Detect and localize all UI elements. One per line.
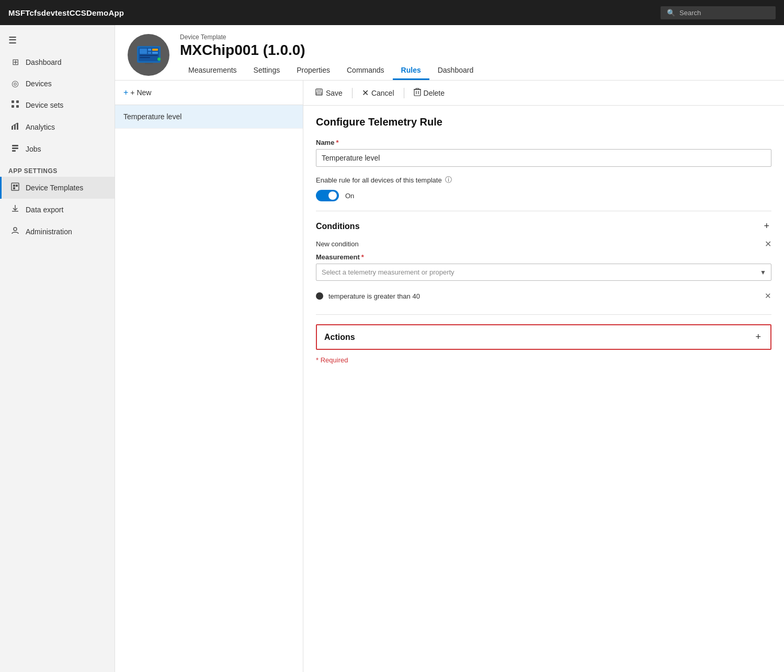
device-template-header: Device Template MXChip001 (1.0.0) Measur… <box>115 25 784 81</box>
sidebar-item-device-sets[interactable]: Device sets <box>0 94 115 116</box>
dashboard-icon: ⊞ <box>10 57 20 67</box>
search-placeholder: Search <box>679 9 701 17</box>
svg-rect-22 <box>140 55 158 56</box>
svg-point-14 <box>14 227 17 231</box>
toolbar-separator <box>352 88 353 98</box>
cancel-icon: ✕ <box>362 88 369 98</box>
left-panel-toolbar: + + New <box>115 81 303 105</box>
measurement-select-wrapper: Select a telemetry measurement or proper… <box>316 264 771 281</box>
svg-rect-7 <box>12 145 18 146</box>
sidebar-item-administration[interactable]: Administration <box>0 221 115 243</box>
tab-dashboard[interactable]: Dashboard <box>429 62 482 80</box>
svg-rect-23 <box>140 57 150 58</box>
enable-rule-toggle[interactable] <box>316 190 339 201</box>
name-input[interactable] <box>316 149 771 167</box>
sidebar-item-label: Device sets <box>26 101 63 109</box>
tab-settings[interactable]: Settings <box>245 62 289 80</box>
jobs-icon <box>10 144 20 154</box>
condition-tag: temperature is greater than 40 ✕ <box>316 287 771 305</box>
toggle-on-label: On <box>345 192 354 200</box>
condition-row-header: New condition ✕ <box>316 239 771 249</box>
hamburger-menu[interactable]: ☰ <box>0 29 115 51</box>
rule-name: Temperature level <box>123 112 181 121</box>
save-button[interactable]: Save <box>314 86 344 100</box>
actions-title: Actions <box>324 333 355 342</box>
search-icon: 🔍 <box>667 9 675 17</box>
svg-rect-5 <box>14 124 16 130</box>
tab-properties[interactable]: Properties <box>288 62 338 80</box>
right-panel-body: Configure Telemetry Rule Name* Enable ru… <box>303 106 784 374</box>
svg-rect-19 <box>148 52 151 54</box>
add-action-button[interactable]: + <box>753 332 763 343</box>
required-note: * Required <box>316 356 771 364</box>
svg-rect-2 <box>12 105 14 108</box>
sidebar-item-dashboard[interactable]: ⊞ Dashboard <box>0 51 115 73</box>
condition-dot <box>316 292 323 300</box>
cancel-label: Cancel <box>371 89 394 97</box>
delete-icon <box>414 88 421 98</box>
svg-rect-3 <box>16 105 19 108</box>
sidebar-item-label: Devices <box>26 79 52 88</box>
svg-rect-28 <box>316 93 322 95</box>
administration-icon <box>10 226 20 237</box>
toggle-row: On <box>316 190 771 201</box>
sidebar-item-data-export[interactable]: Data export <box>0 199 115 221</box>
svg-rect-27 <box>317 89 321 92</box>
sidebar-item-device-templates[interactable]: Device Templates <box>0 177 115 199</box>
sidebar-item-label: Administration <box>26 227 72 236</box>
new-condition-label: New condition <box>316 240 359 248</box>
info-icon: ⓘ <box>445 175 452 185</box>
close-condition-button[interactable]: ✕ <box>765 239 771 249</box>
delete-button[interactable]: Delete <box>413 86 446 100</box>
panels: + + New Temperature level <box>115 81 784 672</box>
svg-rect-18 <box>148 49 151 51</box>
svg-rect-9 <box>12 150 16 152</box>
name-label: Name* <box>316 139 771 146</box>
save-label: Save <box>326 89 343 97</box>
divider-1 <box>316 211 771 211</box>
svg-rect-11 <box>13 185 15 187</box>
sidebar-item-analytics[interactable]: Analytics <box>0 116 115 138</box>
new-button-label: + New <box>130 88 151 97</box>
device-template-title: MXChip001 (1.0.0) <box>180 42 771 59</box>
app-settings-label: App settings <box>0 160 115 177</box>
device-template-info: Device Template MXChip001 (1.0.0) Measur… <box>180 33 771 80</box>
svg-rect-1 <box>16 100 19 103</box>
remove-condition-tag-button[interactable]: ✕ <box>765 291 771 301</box>
new-rule-button[interactable]: + + New <box>123 86 151 99</box>
sidebar-item-label: Data export <box>26 206 63 214</box>
svg-rect-0 <box>12 100 14 103</box>
device-avatar <box>128 34 169 76</box>
svg-rect-8 <box>12 147 18 149</box>
sidebar: ☰ ⊞ Dashboard ◎ Devices Device sets <box>0 25 115 672</box>
tab-rules[interactable]: Rules <box>393 62 429 80</box>
add-condition-button[interactable]: + <box>762 221 771 232</box>
content-area: Device Template MXChip001 (1.0.0) Measur… <box>115 25 784 672</box>
devices-icon: ◎ <box>10 78 20 88</box>
conditions-header: Conditions + <box>316 221 771 232</box>
svg-point-24 <box>157 58 161 61</box>
condition-block: New condition ✕ Measurement* Select a te… <box>316 239 771 281</box>
device-templates-icon <box>10 183 20 193</box>
svg-rect-12 <box>16 185 18 187</box>
sidebar-item-label: Jobs <box>26 145 41 153</box>
svg-rect-29 <box>414 89 421 96</box>
device-template-label: Device Template <box>180 33 771 41</box>
measurement-select[interactable]: Select a telemetry measurement or proper… <box>316 264 771 281</box>
cancel-button[interactable]: ✕ Cancel <box>361 86 395 100</box>
svg-rect-4 <box>12 126 13 130</box>
divider-2 <box>316 314 771 315</box>
search-bar[interactable]: 🔍 Search <box>661 6 776 19</box>
sidebar-item-label: Device Templates <box>26 184 83 192</box>
right-panel-toolbar: Save ✕ Cancel <box>303 81 784 106</box>
tab-measurements[interactable]: Measurements <box>180 62 245 80</box>
measurement-label: Measurement* <box>316 253 771 261</box>
tab-commands[interactable]: Commands <box>338 62 393 80</box>
sidebar-item-label: Dashboard <box>26 58 62 66</box>
analytics-icon <box>10 122 20 132</box>
right-panel: Save ✕ Cancel <box>303 81 784 672</box>
sidebar-item-jobs[interactable]: Jobs <box>0 138 115 160</box>
data-export-icon <box>10 204 20 215</box>
sidebar-item-devices[interactable]: ◎ Devices <box>0 73 115 94</box>
rule-list-item[interactable]: Temperature level <box>115 105 303 129</box>
